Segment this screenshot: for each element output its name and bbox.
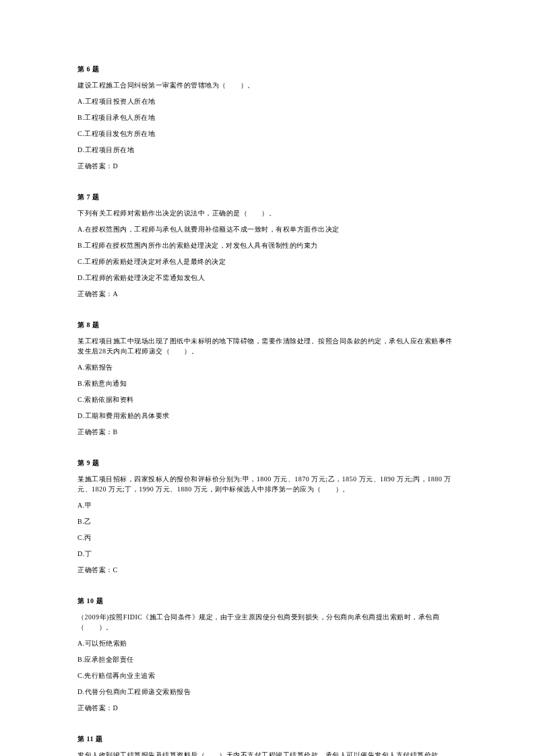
spacer (77, 581, 458, 596)
option: D.工程项目所在地 (77, 145, 458, 155)
question-stem: 发包人收到竣工结算报告及结算资料后（ ）天内不支付工程竣工结算价款，承包人可以催… (77, 750, 458, 756)
option: C.索赔依据和资料 (77, 394, 458, 405)
spacer (77, 305, 458, 320)
question-header: 第 10 题 (77, 596, 458, 606)
option: C.丙 (77, 532, 458, 543)
answer: 正确答案：B (77, 427, 458, 437)
option: C.先行赔偿再向业主追索 (77, 671, 458, 681)
question-stem: 某工程项目施工中现场出现了图纸中未标明的地下障碍物，需要作清除处理。按照合同条款… (77, 336, 458, 356)
question-stem: 建设工程施工合同纠纷第一审案件的管辖地为（ ）。 (77, 80, 458, 90)
question-header: 第 11 题 (77, 734, 458, 744)
option: C.工程项目发包方所在地 (77, 129, 458, 139)
question-stem: 某施工项目招标，四家投标人的报价和评标价分别为:甲，1800 万元、1870 万… (77, 474, 458, 494)
option: A.工程项目投资人所在地 (77, 96, 458, 106)
spacer (77, 443, 458, 458)
question-header: 第 7 题 (77, 192, 458, 202)
option: D.工期和费用索赔的具体要求 (77, 411, 458, 421)
answer: 正确答案：D (77, 161, 458, 171)
option: A.甲 (77, 500, 458, 510)
spacer (77, 719, 458, 734)
question-header: 第 8 题 (77, 320, 458, 330)
option: B.工程项目承包人所在地 (77, 112, 458, 123)
option: B.索赔意向通知 (77, 378, 458, 388)
option: C.工程师的索赔处理决定对承包人是最终的决定 (77, 256, 458, 267)
option: B.乙 (77, 516, 458, 526)
option: D.代替分包商向工程师递交索赔报告 (77, 687, 458, 697)
option: D.丁 (77, 549, 458, 559)
option: B.工程师在授权范围内所作出的索赔处理决定，对发包人具有强制性的约束力 (77, 240, 458, 250)
document-content: 第 6 题 建设工程施工合同纠纷第一审案件的管辖地为（ ）。 A.工程项目投资人… (0, 0, 535, 756)
question-stem: 下列有关工程师对索赔作出决定的说法中，正确的是（ ）。 (77, 208, 458, 218)
spacer (77, 177, 458, 192)
question-header: 第 6 题 (77, 64, 458, 74)
option: D.工程师的索赔处理决定不需通知发包人 (77, 273, 458, 283)
question-stem: （2009年)按照FIDIC《施工合同条件》规定，由于业主原因使分包商受到损失，… (77, 612, 458, 632)
option: A.索赔报告 (77, 362, 458, 372)
answer: 正确答案：A (77, 289, 458, 299)
answer: 正确答案：D (77, 703, 458, 713)
option: A.可以拒绝索赔 (77, 638, 458, 648)
answer: 正确答案：C (77, 565, 458, 575)
option: A.在授权范围内，工程师与承包人就费用补偿额达不成一致时，有权单方面作出决定 (77, 224, 458, 234)
option: B.应承担全部责任 (77, 654, 458, 664)
question-header: 第 9 题 (77, 458, 458, 468)
